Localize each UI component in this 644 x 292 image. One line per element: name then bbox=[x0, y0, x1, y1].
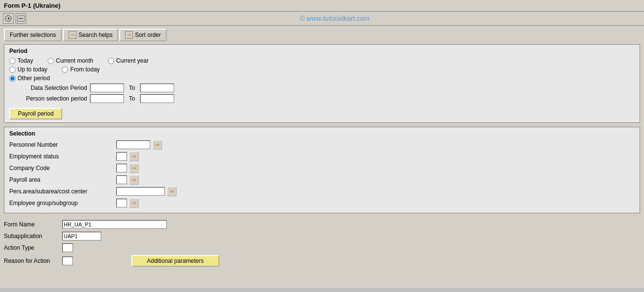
subapplication-label: Subapplication bbox=[4, 233, 62, 240]
personnel-number-arrow-icon: ⇒ bbox=[155, 141, 160, 148]
subapplication-input[interactable] bbox=[62, 232, 101, 240]
company-code-label: Company Code bbox=[9, 165, 116, 172]
further-selections-button[interactable]: Further selections bbox=[4, 29, 62, 41]
person-selection-from[interactable] bbox=[90, 94, 124, 103]
pers-area-label: Pers.area/subarea/cost center bbox=[9, 188, 116, 195]
pers-area-input[interactable] bbox=[116, 187, 165, 196]
reason-input[interactable] bbox=[62, 257, 73, 265]
radio-current-year[interactable] bbox=[108, 58, 114, 64]
data-selection-to[interactable] bbox=[140, 84, 174, 92]
company-code-arrow-button[interactable]: ⇒ bbox=[129, 163, 139, 173]
period-title: Period bbox=[9, 48, 635, 54]
to-label-2: To bbox=[129, 95, 135, 102]
employee-group-input[interactable] bbox=[116, 199, 127, 207]
pers-area-arrow-icon: ⇒ bbox=[169, 188, 174, 195]
personnel-number-arrow-button[interactable]: ⇒ bbox=[152, 140, 162, 150]
button-bar: Further selections ⇒ Search helps ⇒ Sort… bbox=[4, 29, 640, 41]
to-label-1: To bbox=[129, 85, 135, 91]
radio-today[interactable] bbox=[9, 58, 16, 64]
period-row-3: Other period bbox=[9, 75, 635, 82]
period-section: Period Today Current month Current year … bbox=[4, 44, 640, 123]
payroll-period-button[interactable]: Payroll period bbox=[9, 108, 62, 120]
employee-group-label: Employee group/subgroup bbox=[9, 200, 116, 206]
company-code-input[interactable] bbox=[116, 164, 127, 172]
pers-area-arrow-button[interactable]: ⇒ bbox=[167, 187, 177, 196]
form-name-label: Form Name bbox=[4, 221, 62, 228]
execute-icon[interactable] bbox=[16, 13, 26, 24]
employee-group-arrow-button[interactable]: ⇒ bbox=[129, 198, 139, 208]
personnel-number-row: Personnel Number ⇒ bbox=[9, 140, 635, 150]
personnel-number-input[interactable] bbox=[116, 140, 150, 149]
person-selection-label: Person selection period bbox=[9, 95, 87, 102]
payroll-period-row: Payroll period bbox=[9, 106, 635, 120]
toolbar: © www.tutorialkart.com bbox=[0, 12, 644, 26]
reason-label: Reason for Action bbox=[4, 258, 62, 264]
action-type-input[interactable] bbox=[62, 243, 73, 252]
action-type-label: Action Type bbox=[4, 244, 62, 251]
person-selection-to[interactable] bbox=[140, 94, 174, 103]
selection-section: Selection Personnel Number ⇒ Employment … bbox=[4, 127, 640, 213]
personnel-number-label: Personnel Number bbox=[9, 141, 116, 148]
search-helps-arrow-icon: ⇒ bbox=[69, 31, 76, 39]
app-title: Form P-1 (Ukraine) bbox=[4, 2, 60, 9]
sort-order-arrow-icon: ⇒ bbox=[125, 31, 133, 39]
radio-current-month-item[interactable]: Current month bbox=[48, 57, 93, 64]
sort-order-button[interactable]: ⇒ Sort order bbox=[119, 29, 166, 41]
radio-current-year-item[interactable]: Current year bbox=[108, 57, 149, 64]
payroll-area-input[interactable] bbox=[116, 175, 127, 184]
company-code-arrow-icon: ⇒ bbox=[131, 165, 136, 172]
radio-other-period[interactable] bbox=[9, 75, 16, 82]
title-bar: Form P-1 (Ukraine) bbox=[0, 0, 644, 12]
employment-status-input[interactable] bbox=[116, 152, 127, 161]
payroll-area-arrow-icon: ⇒ bbox=[131, 176, 136, 183]
back-icon[interactable] bbox=[3, 13, 14, 24]
radio-up-to-today-item[interactable]: Up to today bbox=[9, 66, 47, 73]
main-content: Further selections ⇒ Search helps ⇒ Sort… bbox=[0, 26, 644, 288]
radio-current-month[interactable] bbox=[48, 58, 54, 64]
period-row-2: Up to today From today bbox=[9, 66, 635, 73]
watermark: © www.tutorialkart.com bbox=[28, 15, 641, 22]
pers-area-row: Pers.area/subarea/cost center ⇒ bbox=[9, 187, 635, 196]
data-selection-row: Data Selection Period To bbox=[9, 84, 635, 92]
data-selection-label: Data Selection Period bbox=[9, 85, 87, 91]
form-name-row: Form Name bbox=[4, 220, 640, 229]
radio-from-today-item[interactable]: From today bbox=[62, 66, 100, 73]
bottom-section: Form Name Subapplication Action Type Rea… bbox=[4, 218, 640, 272]
form-name-input[interactable] bbox=[62, 220, 167, 229]
radio-from-today[interactable] bbox=[62, 67, 68, 73]
employment-status-arrow-icon: ⇒ bbox=[131, 153, 136, 160]
employment-status-arrow-button[interactable]: ⇒ bbox=[129, 152, 139, 161]
payroll-area-row: Payroll area ⇒ bbox=[9, 175, 635, 185]
additional-parameters-button[interactable]: Additional parameters bbox=[131, 255, 219, 267]
period-row-1: Today Current month Current year bbox=[9, 57, 635, 64]
reason-for-action-row: Reason for Action Additional parameters bbox=[4, 255, 640, 267]
data-selection-from[interactable] bbox=[90, 84, 124, 92]
selection-title: Selection bbox=[9, 130, 635, 137]
employment-status-row: Employment status ⇒ bbox=[9, 152, 635, 161]
employee-group-arrow-icon: ⇒ bbox=[131, 200, 136, 206]
radio-other-period-item[interactable]: Other period bbox=[9, 75, 50, 82]
payroll-area-label: Payroll area bbox=[9, 176, 116, 183]
employment-status-label: Employment status bbox=[9, 153, 116, 160]
action-type-row: Action Type bbox=[4, 243, 640, 252]
radio-today-item[interactable]: Today bbox=[9, 57, 33, 64]
person-selection-row: Person selection period To bbox=[9, 94, 635, 103]
subapplication-row: Subapplication bbox=[4, 232, 640, 240]
search-helps-button[interactable]: ⇒ Search helps bbox=[63, 29, 118, 41]
company-code-row: Company Code ⇒ bbox=[9, 163, 635, 173]
radio-up-to-today[interactable] bbox=[9, 67, 16, 73]
employee-group-row: Employee group/subgroup ⇒ bbox=[9, 198, 635, 208]
payroll-area-arrow-button[interactable]: ⇒ bbox=[129, 175, 139, 185]
